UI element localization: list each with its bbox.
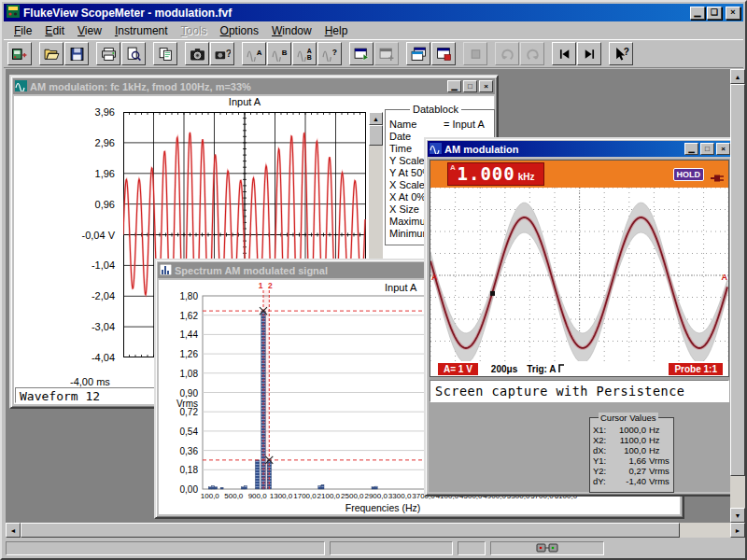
scope-screen: A 1.000 kHz HOLD A A A= 1 V 200μs Trig: … bbox=[430, 160, 729, 377]
svg-text:B: B bbox=[306, 54, 311, 61]
screen-capture-options-button[interactable]: ? bbox=[210, 42, 234, 65]
print-preview-button[interactable] bbox=[121, 42, 146, 65]
trigger-readout: Trig: A bbox=[527, 364, 556, 374]
spectrum-y-tick: 0,90 Vrms bbox=[159, 388, 198, 409]
spectrum-y-tick: 1,80 bbox=[159, 291, 198, 301]
waveform-y-tick: 3,96 bbox=[21, 106, 115, 118]
maximize-button[interactable]: □ bbox=[463, 80, 477, 92]
instrument-connect-button[interactable] bbox=[7, 42, 32, 65]
menu-item-instrument[interactable]: Instrument bbox=[108, 23, 175, 38]
replay-window-button[interactable] bbox=[349, 42, 374, 65]
horizontal-scroll-thumb[interactable] bbox=[21, 523, 680, 538]
spectrum-window-title: Spectrum AM modulated signal bbox=[175, 265, 328, 276]
cursor-value-row: dY:-1,40Vrms bbox=[590, 476, 673, 486]
scope-window[interactable]: AM modulation ▁ □ × A 1.000 kHz HOLD bbox=[424, 137, 730, 497]
status-panel-connection bbox=[490, 541, 604, 555]
save-button[interactable] bbox=[64, 42, 89, 65]
menu-item-file[interactable]: File bbox=[7, 23, 38, 38]
minimize-button[interactable]: ▁ bbox=[447, 80, 461, 92]
minimize-button[interactable]: ▁ bbox=[690, 7, 705, 20]
waveform-y-tick: -1,04 bbox=[21, 259, 115, 271]
scroll-left-arrow[interactable]: ◄ bbox=[6, 523, 21, 538]
channel-a-left-marker: A bbox=[431, 273, 438, 282]
waveform-x-start-label: -4,00 ms bbox=[70, 376, 110, 387]
stop-button bbox=[463, 42, 487, 65]
spectrum-y-tick: 0,72 bbox=[159, 407, 198, 417]
status-panel-main bbox=[6, 541, 325, 555]
cursor-value-row: Y2:0,27Vrms bbox=[590, 466, 673, 476]
scope-window-icon bbox=[430, 143, 442, 156]
status-panel-2 bbox=[330, 541, 453, 555]
timebase-readout: 200μs bbox=[491, 364, 517, 374]
svg-text:1: 1 bbox=[259, 281, 263, 290]
cursor-value-row: dX:100,0Hz bbox=[590, 445, 673, 455]
svg-text:A: A bbox=[256, 48, 261, 56]
read-waveform-b-button[interactable]: B bbox=[267, 42, 291, 65]
menu-item-options[interactable]: Options bbox=[214, 23, 265, 38]
step-forward-button bbox=[520, 42, 544, 65]
go-first-button[interactable] bbox=[552, 42, 576, 65]
cursor-values-panel: Cursor Values X1:1000,0HzX2:1100,0HzdX:1… bbox=[589, 417, 674, 493]
svg-text:1300,0: 1300,0 bbox=[270, 492, 293, 500]
menu-item-view[interactable]: View bbox=[71, 23, 108, 38]
scroll-down-arrow[interactable]: ▼ bbox=[730, 508, 745, 523]
go-last-button[interactable] bbox=[577, 42, 601, 65]
instrument-link-icon bbox=[536, 540, 558, 557]
scroll-right-arrow[interactable]: ► bbox=[730, 523, 745, 538]
probe-plug-icon bbox=[710, 170, 726, 187]
print-button[interactable] bbox=[96, 42, 120, 65]
copy-button[interactable] bbox=[153, 42, 177, 65]
waveform-y-tick: 1,96 bbox=[21, 168, 115, 179]
open-button[interactable] bbox=[39, 42, 63, 65]
waveform-y-tick: 0,96 bbox=[21, 199, 115, 210]
screen-capture-button[interactable] bbox=[185, 42, 209, 65]
close-button[interactable]: × bbox=[726, 7, 740, 20]
cursor-value-row: Y1:1,66Vrms bbox=[590, 455, 673, 466]
minimize-button[interactable]: ▁ bbox=[684, 143, 698, 155]
horizontal-scrollbar[interactable]: ◄ ► bbox=[6, 523, 745, 538]
app-title: FlukeView ScopeMeter - modulation.fvf bbox=[23, 7, 232, 20]
spectrum-y-tick: 1,26 bbox=[159, 349, 198, 359]
maximize-button[interactable]: ❏ bbox=[707, 7, 722, 20]
context-help-button[interactable]: ? bbox=[609, 42, 633, 65]
menu-item-window[interactable]: Window bbox=[265, 23, 318, 38]
scope-trace-plot bbox=[430, 188, 728, 363]
datablock-legend: Datablock bbox=[410, 104, 461, 115]
svg-text:500,0: 500,0 bbox=[224, 492, 244, 500]
svg-text:Frequencies (Hz): Frequencies (Hz) bbox=[345, 502, 421, 513]
vertical-scrollbar[interactable]: ▲ ▼ bbox=[730, 69, 745, 523]
cursor-value-row: X2:1100,0Hz bbox=[590, 435, 673, 445]
app-titlebar[interactable]: FlukeView ScopeMeter - modulation.fvf ▁ … bbox=[4, 4, 743, 21]
scope-header: A 1.000 kHz HOLD bbox=[430, 161, 728, 188]
app-window: FlukeView ScopeMeter - modulation.fvf ▁ … bbox=[0, 0, 747, 560]
scope-window-titlebar[interactable]: AM modulation ▁ □ × bbox=[428, 141, 730, 157]
read-waveform-ab-button[interactable]: AB bbox=[292, 42, 317, 65]
read-waveform-a-button[interactable]: A bbox=[242, 42, 266, 65]
svg-text:?: ? bbox=[331, 48, 336, 57]
overlay-window-button[interactable] bbox=[431, 42, 456, 65]
frequency-readout: A 1.000 kHz bbox=[447, 162, 544, 186]
spectrum-window-icon bbox=[160, 264, 172, 277]
vertical-scroll-thumb[interactable] bbox=[730, 84, 745, 476]
spectrum-y-tick: 0,54 bbox=[159, 427, 198, 437]
scope-window-body: A 1.000 kHz HOLD A A A= 1 V 200μs Trig: … bbox=[429, 159, 730, 492]
spectrum-y-tick: 1,08 bbox=[159, 369, 198, 379]
svg-text:?: ? bbox=[623, 47, 628, 57]
maximize-button[interactable]: □ bbox=[700, 143, 714, 155]
svg-text:2900,0: 2900,0 bbox=[364, 492, 388, 500]
copy-window-button[interactable] bbox=[406, 42, 430, 65]
trigger-edge-icon bbox=[558, 363, 566, 375]
waveform-y-tick: -2,04 bbox=[21, 290, 115, 301]
menu-item-help[interactable]: Help bbox=[318, 23, 355, 38]
menu-item-edit[interactable]: Edit bbox=[38, 23, 71, 38]
close-button[interactable]: × bbox=[716, 143, 730, 155]
cursor-value-row: X1:1000,0Hz bbox=[590, 425, 673, 435]
toolbar: ?ABAB?? bbox=[4, 39, 743, 68]
waveform-window-icon bbox=[15, 80, 27, 93]
close-button[interactable]: × bbox=[479, 80, 493, 92]
read-waveform-query-button[interactable]: ? bbox=[317, 42, 342, 65]
waveform-window-titlebar[interactable]: AM modulation: fc 1kHz, fmod 100Hz, m=33… bbox=[13, 78, 495, 94]
channel-label: A bbox=[450, 163, 456, 172]
frequency-unit: kHz bbox=[518, 172, 535, 182]
scroll-up-arrow[interactable]: ▲ bbox=[730, 69, 745, 84]
